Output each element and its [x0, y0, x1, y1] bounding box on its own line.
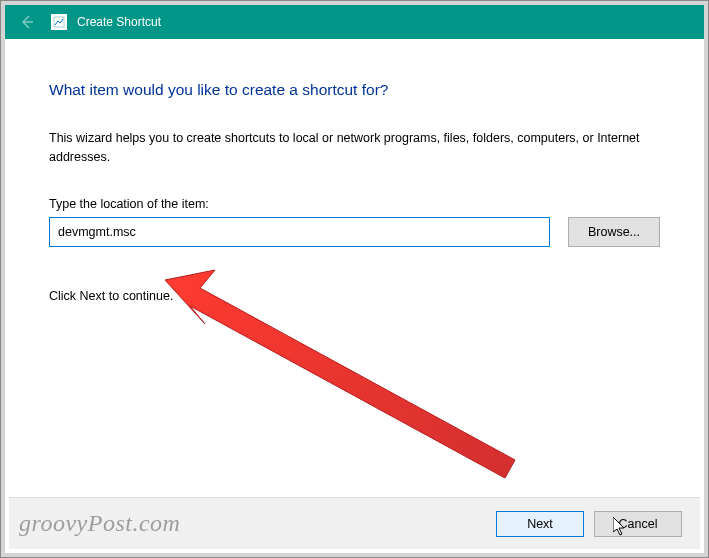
location-label: Type the location of the item: — [49, 197, 660, 211]
watermark: groovyPost.com — [19, 510, 180, 537]
footer: groovyPost.com Next Cancel — [9, 497, 700, 549]
arrow-left-icon — [19, 14, 35, 30]
page-heading: What item would you like to create a sho… — [49, 81, 660, 99]
continue-hint: Click Next to continue. — [49, 289, 660, 303]
window-title: Create Shortcut — [77, 15, 161, 29]
titlebar: Create Shortcut — [5, 5, 704, 39]
wizard-content: What item would you like to create a sho… — [5, 39, 704, 303]
back-button — [13, 8, 41, 36]
location-input[interactable] — [49, 217, 550, 247]
cancel-button[interactable]: Cancel — [594, 511, 682, 537]
browse-button[interactable]: Browse... — [568, 217, 660, 247]
next-button[interactable]: Next — [496, 511, 584, 537]
wizard-description: This wizard helps you to create shortcut… — [49, 129, 660, 167]
app-icon — [51, 14, 67, 30]
